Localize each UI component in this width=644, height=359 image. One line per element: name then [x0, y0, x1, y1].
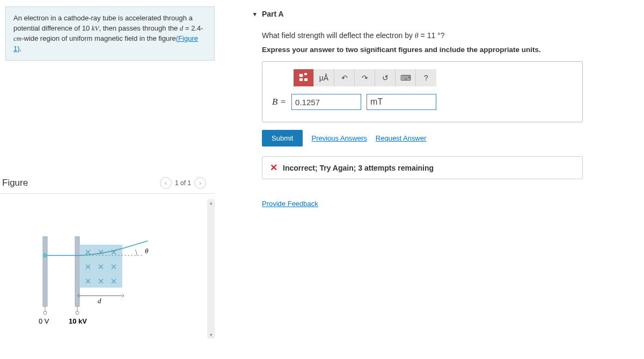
figure-nav: ‹ 1 of 1 › [160, 177, 206, 189]
part-label: Part A [262, 10, 284, 18]
svg-text:d: d [98, 297, 101, 305]
figure-nav-label: 1 of 1 [175, 179, 191, 187]
svg-text:θ: θ [145, 247, 149, 255]
question-text: What field strength will deflect the ele… [262, 31, 642, 40]
figure-scrollbar[interactable]: ▴ ▾ [207, 199, 215, 339]
scroll-up-icon[interactable]: ▴ [207, 199, 215, 207]
submit-button[interactable]: Submit [262, 130, 303, 146]
answer-unit-input[interactable]: mT [367, 94, 436, 110]
svg-line-23 [122, 241, 148, 248]
instruction-text: Express your answer to two significant f… [262, 46, 642, 54]
svg-rect-1 [75, 237, 79, 306]
figure-diagram: θ d 0 V 10 kV [32, 226, 172, 333]
help-button[interactable]: ? [416, 69, 436, 86]
collapse-caret-icon: ▾ [253, 11, 257, 18]
provide-feedback-link[interactable]: Provide Feedback [262, 200, 318, 208]
answer-variable: B = [272, 97, 286, 107]
redo-button[interactable]: ↷ [355, 69, 375, 86]
figure-prev-button[interactable]: ‹ [160, 177, 172, 189]
svg-text:10 kV: 10 kV [69, 317, 87, 325]
request-answer-link[interactable]: Request Answer [376, 134, 427, 142]
reset-button[interactable]: ↺ [375, 69, 396, 86]
svg-point-21 [43, 253, 47, 258]
answer-frame: µÅ ↶ ↷ ↺ ⌨ ? B = mT [262, 61, 583, 122]
answer-value-input[interactable] [291, 94, 361, 110]
svg-text:0 V: 0 V [39, 317, 49, 325]
svg-rect-0 [43, 237, 47, 306]
problem-statement: An electron in a cathode-ray tube is acc… [5, 6, 215, 61]
previous-answers-link[interactable]: Previous Answers [311, 134, 367, 142]
svg-rect-35 [304, 73, 307, 75]
templates-icon [298, 73, 309, 83]
scroll-down-icon[interactable]: ▾ [207, 331, 215, 339]
part-header[interactable]: ▾ Part A [234, 0, 642, 24]
incorrect-icon: ✕ [270, 162, 277, 173]
templates-button[interactable] [294, 69, 314, 86]
undo-button[interactable]: ↶ [334, 69, 355, 86]
answer-toolbar: µÅ ↶ ↷ ↺ ⌨ ? [294, 69, 436, 86]
svg-rect-34 [299, 74, 303, 77]
units-button[interactable]: µÅ [314, 69, 334, 86]
figure-section: Figure ‹ 1 of 1 › ▴ ▾ [0, 177, 215, 344]
feedback-box: ✕ Incorrect; Try Again; 3 attempts remai… [262, 156, 583, 179]
svg-rect-37 [304, 78, 308, 81]
svg-rect-36 [299, 78, 303, 81]
figure-next-button[interactable]: › [194, 177, 206, 189]
figure-heading: Figure [2, 178, 28, 188]
keyboard-button[interactable]: ⌨ [396, 69, 416, 86]
feedback-text: Incorrect; Try Again; 3 attempts remaini… [283, 164, 434, 172]
